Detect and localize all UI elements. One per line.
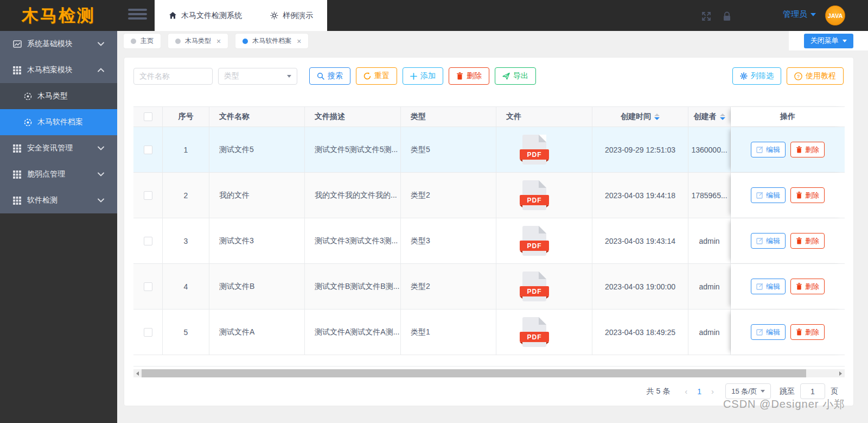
tab-trojan-software-archive[interactable]: 木马软件档案 ×	[235, 34, 308, 48]
table-row: 5 测试文件A 测试文件A测试文件A测... 类型1 PDF 2023-04-0…	[133, 310, 845, 355]
trash-icon	[796, 192, 802, 199]
delete-row-button[interactable]: 删除	[790, 324, 825, 340]
pdf-file-icon[interactable]: PDF	[522, 317, 546, 347]
refresh-icon	[363, 72, 371, 80]
select-all-checkbox[interactable]	[144, 112, 152, 121]
sidebar-item-vulnerability[interactable]: 脆弱点管理	[0, 161, 117, 187]
delete-row-button[interactable]: 删除	[790, 142, 825, 157]
horizontal-scrollbar[interactable]	[133, 369, 845, 377]
col-header-type: 类型	[401, 107, 496, 127]
lock-icon[interactable]	[722, 11, 732, 22]
edit-button[interactable]: 编辑	[751, 233, 786, 249]
tabbar: 主页 木马类型 × 木马软件档案 × 关闭菜单	[117, 31, 868, 50]
sidebar-item-security-news[interactable]: 安全资讯管理	[0, 135, 117, 161]
edit-button[interactable]: 编辑	[751, 324, 786, 340]
compass-icon	[24, 118, 33, 127]
scroll-left-arrow-icon[interactable]	[133, 369, 142, 377]
content-card: 类型 搜索 重置 添加 删除 导出	[124, 57, 854, 406]
current-page-button[interactable]: 1	[692, 387, 706, 396]
watermark: CSDN @Designer 小郑	[723, 397, 845, 412]
scroll-right-arrow-icon[interactable]	[837, 369, 845, 377]
table-header-row: 序号 文件名称 文件描述 类型 文件 创建时间 创建者 操作	[133, 106, 845, 127]
sidebar-item-trojan-archive-module[interactable]: 木马档案模块	[0, 57, 117, 83]
edit-button[interactable]: 编辑	[751, 187, 786, 203]
edit-button[interactable]: 编辑	[751, 279, 786, 294]
row-checkbox[interactable]	[144, 237, 152, 245]
trash-icon	[796, 146, 802, 153]
cell-actions: 编辑 删除	[731, 127, 845, 172]
pdf-file-icon[interactable]: PDF	[522, 180, 546, 210]
tab-home[interactable]: 主页	[124, 34, 161, 48]
row-checkbox[interactable]	[144, 146, 152, 154]
cell-actions: 编辑 删除	[731, 173, 845, 218]
column-filter-button[interactable]: 列筛选	[732, 67, 781, 85]
sidebar-item-label: 系统基础模块	[27, 39, 98, 49]
sidebar-item-label: 木马软件档案	[37, 117, 83, 127]
delete-row-button[interactable]: 删除	[790, 279, 825, 294]
pdf-file-icon[interactable]: PDF	[522, 135, 546, 165]
cell-created: 2023-09-29 12:51:03	[592, 127, 688, 172]
sort-created-control[interactable]	[654, 113, 660, 120]
chevron-down-icon	[98, 198, 104, 203]
reset-button[interactable]: 重置	[356, 67, 397, 85]
chevron-down-icon	[98, 172, 104, 176]
grid-icon	[13, 66, 22, 74]
scrollbar-thumb[interactable]	[142, 369, 806, 377]
export-button[interactable]: 导出	[495, 67, 536, 85]
delete-row-button[interactable]: 删除	[790, 187, 825, 203]
close-menu-button[interactable]: 关闭菜单	[804, 34, 853, 48]
next-page-button[interactable]: ›	[706, 387, 719, 396]
delete-row-button[interactable]: 删除	[790, 233, 825, 249]
cell-index: 1	[163, 127, 209, 172]
row-checkbox[interactable]	[144, 328, 152, 337]
table-empty-strip	[133, 355, 845, 367]
search-button[interactable]: 搜索	[309, 67, 350, 85]
table-row: 3 测试文件3 测试文件3测试文件3测... 类型3 PDF 2023-04-0…	[133, 218, 845, 264]
sort-asc-icon	[720, 113, 725, 116]
col-header-name: 文件名称	[209, 107, 305, 127]
prev-page-button[interactable]: ‹	[680, 387, 692, 396]
topbar-item-demo[interactable]: 样例演示	[256, 0, 327, 31]
delete-button[interactable]: 删除	[449, 67, 489, 85]
close-icon[interactable]: ×	[216, 37, 221, 45]
sidebar-item-software-detect[interactable]: 软件检测	[0, 187, 117, 213]
sidebar: 木马检测 系统基础模块 木马档案模块 木马类型	[0, 0, 117, 423]
chevron-down-icon	[287, 75, 291, 78]
tab-dot-icon	[242, 39, 248, 44]
cell-actions: 编辑 删除	[731, 264, 845, 309]
tab-trojan-type[interactable]: 木马类型 ×	[168, 34, 228, 48]
row-checkbox[interactable]	[144, 282, 152, 291]
cell-type: 类型5	[401, 127, 496, 172]
cell-created: 2023-04-03 18:49:25	[592, 310, 688, 355]
tutorial-button[interactable]: ? 使用教程	[787, 67, 844, 85]
cell-type: 类型1	[401, 310, 496, 355]
edit-button[interactable]: 编辑	[751, 142, 786, 157]
close-menu-area: 关闭菜单	[789, 31, 868, 50]
add-button[interactable]: 添加	[403, 67, 443, 85]
trash-icon	[796, 329, 802, 336]
cell-file-name: 我的文件	[209, 173, 305, 218]
chevron-down-icon	[98, 146, 104, 150]
pdf-file-icon[interactable]: PDF	[522, 226, 546, 256]
sort-creator-control[interactable]	[720, 113, 725, 120]
avatar[interactable]: JAVA	[825, 5, 845, 26]
cell-file-desc: 测试文件A测试文件A测...	[305, 310, 401, 355]
type-select[interactable]: 类型	[218, 68, 297, 85]
file-name-input[interactable]	[133, 68, 213, 85]
row-checkbox[interactable]	[144, 191, 152, 200]
pdf-file-icon[interactable]: PDF	[522, 272, 546, 301]
topbar: 木马文件检测系统 样例演示 管理员 JAVA	[117, 0, 868, 31]
sidebar-item-system-base[interactable]: 系统基础模块	[0, 31, 117, 57]
fullscreen-icon[interactable]	[701, 11, 712, 22]
user-role-dropdown[interactable]: 管理员	[783, 9, 816, 20]
edit-icon	[756, 283, 763, 290]
topbar-item-app-title[interactable]: 木马文件检测系统	[155, 0, 256, 31]
app-title: 木马文件检测系统	[181, 11, 242, 21]
close-icon[interactable]: ×	[297, 37, 301, 45]
sidebar-item-trojan-type[interactable]: 木马类型	[0, 83, 117, 109]
home-icon	[169, 11, 177, 20]
sidebar-item-trojan-software-archive[interactable]: 木马软件档案	[0, 109, 117, 135]
grid-icon	[13, 170, 22, 179]
hamburger-menu-icon[interactable]	[128, 9, 147, 22]
tab-label: 木马软件档案	[252, 36, 291, 46]
